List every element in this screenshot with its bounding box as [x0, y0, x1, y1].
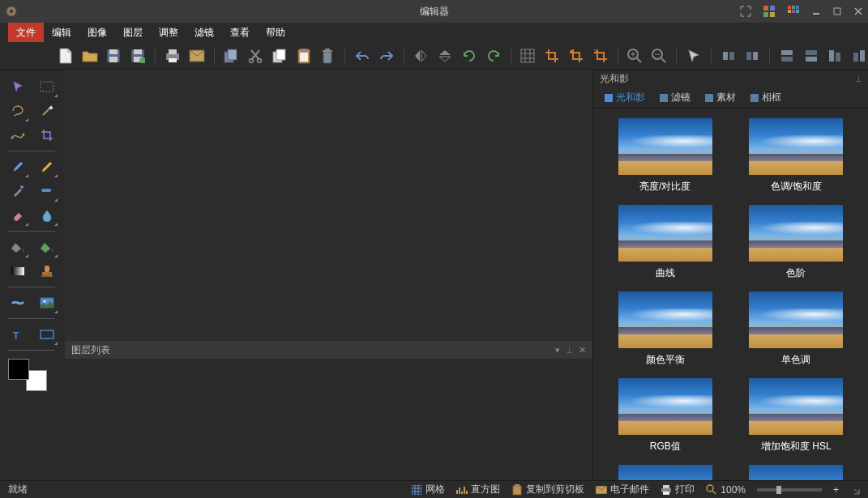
status-zoom[interactable]: 100%: [706, 484, 746, 496]
menu-layer[interactable]: 图层: [115, 23, 151, 43]
marquee-tool[interactable]: [37, 77, 57, 96]
effect-rgb[interactable]: RGB值: [618, 378, 712, 453]
paste-button[interactable]: [295, 46, 313, 66]
align3-button[interactable]: [778, 46, 796, 66]
svg-point-54: [23, 134, 25, 136]
cut-button[interactable]: [246, 46, 264, 66]
align5-button[interactable]: [827, 46, 844, 66]
effect-color-balance[interactable]: 颜色平衡: [618, 292, 712, 367]
new-file-button[interactable]: [57, 46, 75, 66]
effect-monochrome[interactable]: 单色调: [749, 292, 843, 367]
svg-rect-10: [792, 10, 795, 13]
align1-button[interactable]: [720, 46, 738, 66]
rotate-right-button[interactable]: [485, 46, 502, 66]
svg-rect-59: [42, 272, 52, 275]
brush-tool[interactable]: [8, 157, 28, 177]
copy-button[interactable]: [222, 46, 240, 66]
right-pin-icon[interactable]: ⟂: [856, 73, 862, 84]
airbrush-tool[interactable]: [8, 181, 28, 201]
pencil-tool[interactable]: [37, 157, 57, 177]
grid-icon[interactable]: [787, 5, 800, 18]
menu-view[interactable]: 查看: [222, 23, 258, 43]
effect-brightness-contrast[interactable]: 亮度/对比度: [618, 118, 712, 194]
path-tool[interactable]: [8, 126, 28, 145]
status-email[interactable]: 电子邮件: [596, 483, 649, 496]
flip-h-button[interactable]: [413, 46, 430, 66]
maximize-button[interactable]: [832, 6, 842, 16]
pointer2-button[interactable]: [685, 46, 703, 66]
effect-item[interactable]: [749, 465, 843, 480]
blur-tool[interactable]: [37, 206, 57, 225]
crop2-button[interactable]: [567, 46, 585, 66]
copy2-button[interactable]: [271, 46, 289, 66]
palette-icon[interactable]: [763, 5, 776, 18]
tab-filter[interactable]: 滤镜: [653, 87, 697, 108]
text-tool[interactable]: T: [8, 325, 28, 344]
menu-filter[interactable]: 滤镜: [186, 23, 222, 43]
pointer-tool[interactable]: [8, 77, 28, 96]
foreground-color[interactable]: [8, 359, 29, 380]
rotate-left-button[interactable]: [460, 46, 478, 66]
menu-file[interactable]: 文件: [8, 23, 44, 43]
marker-tool[interactable]: [37, 181, 57, 201]
align6-button[interactable]: [850, 46, 868, 66]
effect-curves[interactable]: 曲线: [618, 205, 712, 280]
status-plus[interactable]: +: [833, 484, 839, 496]
svg-rect-32: [301, 49, 307, 52]
status-histogram[interactable]: 直方图: [456, 483, 500, 496]
menu-edit[interactable]: 编辑: [44, 23, 79, 43]
layer-dropdown-icon[interactable]: ▾: [555, 345, 560, 355]
status-resize-icon[interactable]: [850, 485, 860, 495]
eraser-tool[interactable]: [8, 206, 28, 225]
flip-v-button[interactable]: [436, 46, 454, 66]
grid-icon: [411, 484, 422, 496]
effect-item[interactable]: [618, 465, 712, 480]
layer-close-icon[interactable]: ✕: [579, 345, 586, 355]
tab-light-shadow[interactable]: 光和影: [598, 87, 652, 108]
crop1-button[interactable]: [543, 46, 561, 66]
delete-button[interactable]: [319, 46, 336, 66]
gradient-tool[interactable]: [37, 237, 57, 257]
save-as-button[interactable]: [129, 46, 147, 66]
gradient2-tool[interactable]: [8, 262, 28, 281]
canvas[interactable]: [65, 70, 592, 341]
align2-button[interactable]: [743, 46, 761, 66]
menu-help[interactable]: 帮助: [258, 23, 293, 43]
effect-hsl-saturation[interactable]: 增加饱和度 HSL: [749, 378, 843, 453]
zoom-out-button[interactable]: [650, 46, 668, 66]
minimize-button[interactable]: [811, 6, 821, 16]
status-clipboard[interactable]: 复制到剪切板: [511, 483, 584, 496]
save-button[interactable]: [105, 46, 123, 66]
lasso-tool[interactable]: [8, 101, 28, 121]
zoom-in-button[interactable]: [626, 46, 644, 66]
align4-button[interactable]: [802, 46, 820, 66]
status-print[interactable]: 打印: [661, 483, 695, 496]
layer-pin-icon[interactable]: ⟂: [567, 345, 572, 355]
effect-levels[interactable]: 色阶: [749, 205, 843, 280]
tab-material[interactable]: 素材: [699, 87, 742, 108]
crop-tool[interactable]: [37, 126, 57, 145]
email-button[interactable]: [188, 46, 206, 66]
smudge-tool[interactable]: [8, 293, 28, 313]
open-file-button[interactable]: [81, 46, 99, 66]
titlebar: 编辑器: [0, 0, 868, 23]
crop3-button[interactable]: [592, 46, 609, 66]
status-grid[interactable]: 网格: [411, 483, 445, 496]
menu-image[interactable]: 图像: [79, 23, 115, 43]
effect-hue-saturation[interactable]: 色调/饱和度: [749, 118, 843, 194]
tab-frame[interactable]: 相框: [744, 87, 788, 108]
print-button[interactable]: [164, 46, 182, 66]
redo-button[interactable]: [378, 46, 396, 66]
status-slider[interactable]: [757, 488, 822, 492]
close-button[interactable]: [853, 6, 863, 16]
menu-adjust[interactable]: 调整: [151, 23, 186, 43]
wand-tool[interactable]: [37, 101, 57, 121]
shape-tool[interactable]: [37, 325, 57, 344]
undo-button[interactable]: [353, 46, 371, 66]
stamp-tool[interactable]: [37, 262, 57, 281]
fullscreen-icon[interactable]: [740, 6, 751, 17]
grid-button[interactable]: [520, 46, 537, 66]
color-swatch[interactable]: [8, 359, 47, 391]
image-tool[interactable]: [37, 293, 57, 313]
fill-tool[interactable]: [8, 237, 28, 257]
